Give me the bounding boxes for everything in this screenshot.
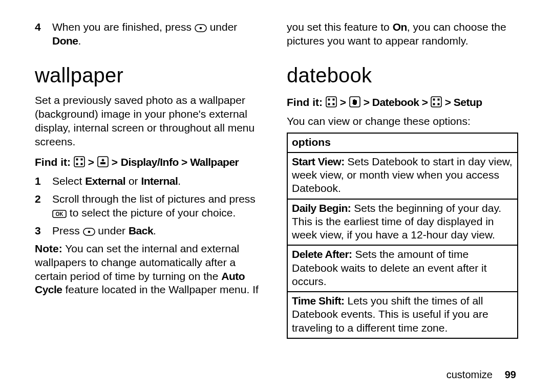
options-header: options [287, 133, 518, 153]
step-1: 1 Select External or Internal. [35, 175, 266, 188]
ui-label-internal: Internal [141, 175, 178, 187]
text: . [178, 175, 181, 187]
option-name: Start View: [292, 156, 345, 167]
table-row: Daily Begin: Sets the beginning of your … [287, 199, 518, 246]
option-name: Daily Begin: [292, 202, 351, 214]
footer-section: customize [446, 369, 493, 380]
wallpaper-note: Note: You can set the internal and exter… [35, 242, 266, 297]
note-label: Note: [35, 243, 62, 254]
findit-tail: > Setup [445, 96, 482, 108]
text: under [95, 225, 129, 236]
table-row: Start View: Sets Datebook to start in da… [287, 153, 518, 199]
text: Select [52, 175, 85, 187]
menu-icon [74, 156, 85, 167]
option-name: Time Shift: [292, 295, 345, 307]
menu-icon [431, 96, 442, 107]
page-number: 99 [505, 369, 516, 380]
text: You can set the internal and external wa… [35, 243, 239, 282]
findit-wallpaper: Find it: > > Display/Info > Wallpaper [35, 156, 266, 169]
datebook-intro: You can view or change these options: [287, 115, 518, 128]
findit-path: Display/Info > Wallpaper [121, 156, 239, 168]
wallpaper-note-cont: you set this feature to On, you can choo… [287, 20, 518, 48]
settings-icon [97, 156, 109, 167]
step-2: 2 Scroll through the list of pictures an… [35, 192, 266, 220]
text: . [78, 35, 81, 47]
text: . [153, 225, 156, 236]
findit-datebook: Find it: > > Datebook > > Setup [287, 96, 518, 110]
softkey-icon [195, 24, 207, 32]
ui-label-on: On [393, 21, 407, 33]
table-row: Time Shift: Lets you shift the times of … [287, 292, 518, 338]
options-table: options Start View: Sets Datebook to sta… [287, 133, 518, 339]
text: under [207, 21, 238, 33]
option-name: Delete After: [292, 248, 352, 260]
menu-icon [326, 96, 337, 107]
step-number: 4 [35, 20, 44, 48]
sep: > [340, 96, 349, 108]
right-column: you set this feature to On, you can choo… [287, 20, 518, 339]
step-number: 2 [35, 192, 44, 220]
wallpaper-intro: Set a previously saved photo as a wallpa… [35, 94, 266, 149]
text: to select the picture of your choice. [67, 207, 236, 219]
ui-label-done: Done [52, 35, 78, 47]
step-number: 1 [35, 175, 44, 188]
ui-label-external: External [85, 175, 125, 187]
table-row: Delete After: Sets the amount of time Da… [287, 245, 518, 292]
page-footer: customize99 [446, 369, 516, 381]
text: or [125, 175, 141, 187]
ui-label-back: Back [129, 225, 153, 236]
step-3: 3 Press under Back. [35, 224, 266, 238]
findit-mid: > Datebook > [364, 96, 431, 108]
text: When you are finished, press [52, 21, 195, 33]
heading-wallpaper: wallpaper [35, 62, 266, 89]
sep: > [112, 156, 118, 168]
text: Press [52, 225, 83, 236]
step-text: Scroll through the list of pictures and … [52, 192, 266, 220]
step-4: 4 When you are finished, press under Don… [35, 20, 266, 48]
text: you set this feature to [287, 21, 393, 33]
ok-icon [52, 210, 67, 218]
softkey-icon [83, 228, 95, 236]
findit-label: Find it: [287, 96, 323, 108]
step-text: When you are finished, press under Done. [52, 20, 266, 48]
text: Scroll through the list of pictures and … [52, 193, 256, 205]
findit-label: Find it: [35, 156, 71, 168]
sep: > [88, 156, 97, 168]
left-column: 4 When you are finished, press under Don… [35, 20, 266, 339]
step-text: Press under Back. [52, 224, 156, 238]
step-text: Select External or Internal. [52, 175, 181, 188]
step-number: 3 [35, 224, 44, 238]
heading-datebook: datebook [287, 62, 518, 89]
hand-icon [349, 96, 360, 107]
text: feature located in the Wallpaper menu. I… [62, 284, 259, 295]
